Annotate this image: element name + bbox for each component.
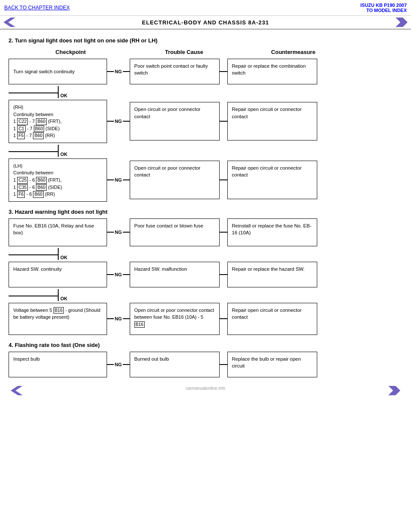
s2-counter2: Repair open circuit or connector contact xyxy=(227,102,317,140)
s3-t3-c3-line xyxy=(220,318,227,319)
col-trouble-header: Trouble Cause xyxy=(128,49,240,55)
s3-ok2: OK xyxy=(9,289,402,301)
s2-ok2: OK xyxy=(9,145,402,157)
s2-checkpoint3: (LH) Continuity between 1 C25 - 6 B60 (F… xyxy=(9,158,107,202)
s3-row3: Voltage between 5 B16 - ground (Should b… xyxy=(9,303,402,335)
back-to-chapter-link[interactable]: BACK TO CHAPTER INDEX xyxy=(4,5,70,11)
s2-t3-c3-line xyxy=(220,179,227,180)
section3-title: 3. Hazard warning light does not light xyxy=(9,209,402,215)
s4-t1-c1-line xyxy=(220,364,227,365)
s2-ng3-connector: NG xyxy=(107,177,130,182)
s3-trouble3: Open circuit or poor connector contact b… xyxy=(130,303,220,335)
s2-ng2-connector: NG xyxy=(107,119,130,124)
s2-counter1: Repair or replace the combination switch xyxy=(227,59,317,84)
s3-ok1-label: OK xyxy=(60,255,68,260)
s3-trouble2: Hazard SW. malfunction xyxy=(130,262,220,287)
s4-trouble1: Burned out bulb xyxy=(130,352,220,377)
section2-title: 2. Turn signal light does not light on o… xyxy=(9,37,402,44)
s2-trouble2: Open circuit or poor connector contact xyxy=(130,102,220,140)
s2-ok2-line-h xyxy=(9,151,58,152)
s3-trouble1: Poor fuse contact or blown fuse xyxy=(130,218,220,246)
s2-ok2-line-v xyxy=(58,145,59,157)
s2-checkpoint1: Turn signal switch continuity xyxy=(9,59,107,84)
s2-ok1-line-v xyxy=(58,86,59,98)
col-headers: Checkpoint Trouble Cause Countermeasure xyxy=(9,49,402,55)
s3-ng3-connector: NG xyxy=(107,316,130,321)
s2-row3: (LH) Continuity between 1 C25 - 6 B60 (F… xyxy=(9,158,402,202)
content: 2. Turn signal light does not light on o… xyxy=(0,30,411,400)
s2-ng1-label: NG xyxy=(115,69,122,74)
s3-ng2-label: NG xyxy=(115,272,122,277)
s3-ng1-connector: NG xyxy=(107,230,130,235)
s3-row1: Fuse No. EB16 (10A, Relay and fuse box) … xyxy=(9,218,402,246)
s2-row1: Turn signal switch continuity NG Poor sw… xyxy=(9,59,402,84)
s4-row1: Inspect bulb NG Burned out bulb Replace … xyxy=(9,352,402,377)
s3-checkpoint1: Fuse No. EB16 (10A, Relay and fuse box) xyxy=(9,218,107,246)
s3-t1-c1-line xyxy=(220,232,227,233)
nav-bar: ELECTRICAL-BODY AND CHASSIS 8A-231 xyxy=(0,16,411,30)
section4-title: 4. Flashing rate too fast (One side) xyxy=(9,342,402,348)
s2-ok2-label: OK xyxy=(60,152,68,157)
s4-ng1-label: NG xyxy=(115,362,122,367)
s3-ng2-connector: NG xyxy=(107,272,130,277)
s4-checkpoint1: Inspect bulb xyxy=(9,352,107,377)
s4-ng1-connector: NG xyxy=(107,362,130,367)
s3-ok1: OK xyxy=(9,248,402,260)
s3-counter3: Repair open circuit or connector contact xyxy=(227,303,317,335)
s2-trouble1: Poor switch point contact or faulty swit… xyxy=(130,59,220,84)
s3-t2-c2-line xyxy=(220,274,227,275)
footer-next-arrow[interactable] xyxy=(388,386,400,395)
col-checkpoint-header: Checkpoint xyxy=(13,49,128,55)
s2-t2-c2-line xyxy=(220,121,227,122)
s2-ng3-label: NG xyxy=(115,177,122,182)
s3-ng3-label: NG xyxy=(115,316,122,321)
s3-counter2: Repair or replace the hazard SW. xyxy=(227,262,317,287)
s2-ok1-label: OK xyxy=(60,93,68,98)
s2-checkpoint2: (RH) Continuity between 1 C22 - 7 B60 (F… xyxy=(9,100,107,143)
footer-watermark: carmanualonline.info xyxy=(186,386,225,395)
next-page-arrow[interactable] xyxy=(396,18,408,27)
s2-t1-c1-line xyxy=(220,71,227,72)
s2-ng2-label: NG xyxy=(115,119,122,124)
s2-row2: (RH) Continuity between 1 C22 - 7 B60 (F… xyxy=(9,100,402,143)
s2-ng1-connector: NG xyxy=(107,69,130,74)
s3-row2: Hazard SW. continuity NG Hazard SW. malf… xyxy=(9,262,402,287)
s3-ok2-label: OK xyxy=(60,296,68,301)
s3-ng1-label: NG xyxy=(115,230,122,235)
s2-ok1-line-h xyxy=(9,93,58,93)
model-index-link: ISUZU KB P190 2007 TO MODEL INDEX xyxy=(360,3,407,13)
s2-ok1: OK xyxy=(9,86,402,98)
s3-checkpoint2: Hazard SW. continuity xyxy=(9,262,107,287)
header: BACK TO CHAPTER INDEX ISUZU KB P190 2007… xyxy=(0,0,411,16)
s2-counter3: Repair open circuit or connector contact xyxy=(227,161,317,199)
page-title: ELECTRICAL-BODY AND CHASSIS 8A-231 xyxy=(15,19,396,26)
s3-checkpoint3: Voltage between 5 B16 - ground (Should b… xyxy=(9,303,107,335)
s3-counter1: Reinstall or replace the fuse No. EB-16 … xyxy=(227,218,317,246)
prev-page-arrow[interactable] xyxy=(3,18,15,27)
s4-counter1: Replace the bulb or repair open circuit xyxy=(227,352,317,377)
footer-prev-arrow[interactable] xyxy=(11,386,23,395)
footer-nav: carmanualonline.info xyxy=(9,386,402,395)
s2-trouble3: Open circuit or poor connector contact xyxy=(130,161,220,199)
col-counter-header: Countermeasure xyxy=(240,49,347,55)
